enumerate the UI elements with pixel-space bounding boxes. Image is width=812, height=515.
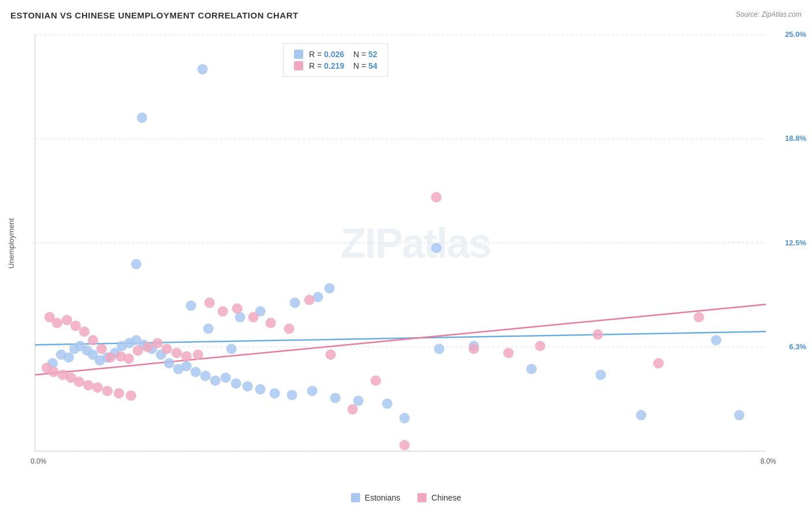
legend-swatch-chinese (294, 61, 303, 70)
svg-point-83 (304, 294, 315, 305)
svg-point-15 (290, 297, 300, 308)
y-tick-6: 6.3% (789, 342, 806, 351)
svg-point-97 (468, 344, 479, 354)
svg-point-41 (231, 378, 241, 389)
svg-point-96 (126, 390, 136, 401)
chart-title: ESTONIAN VS CHINESE UNEMPLOYMENT CORRELA… (10, 10, 299, 20)
svg-point-59 (431, 192, 441, 203)
svg-point-63 (70, 320, 81, 331)
svg-point-44 (270, 388, 280, 398)
svg-point-82 (284, 323, 295, 334)
svg-point-74 (172, 348, 182, 358)
svg-point-72 (152, 338, 163, 348)
svg-point-36 (181, 361, 192, 371)
svg-point-100 (593, 329, 603, 339)
svg-point-65 (88, 335, 98, 345)
svg-point-75 (181, 351, 192, 361)
svg-point-70 (133, 345, 143, 356)
svg-point-55 (595, 370, 606, 380)
svg-point-58 (734, 410, 744, 420)
legend-text-estonian: R = 0.026 N = 52 (309, 50, 377, 59)
svg-point-77 (204, 297, 215, 308)
svg-point-71 (143, 342, 153, 352)
svg-point-46 (307, 386, 318, 396)
svg-point-38 (200, 371, 211, 381)
svg-point-79 (232, 303, 243, 314)
svg-point-51 (434, 344, 444, 354)
svg-point-56 (636, 410, 646, 420)
svg-point-84 (326, 349, 336, 360)
svg-point-47 (330, 393, 341, 403)
svg-point-62 (62, 315, 72, 325)
svg-point-98 (503, 348, 513, 358)
bottom-swatch-chinese (418, 493, 427, 502)
svg-point-80 (248, 312, 259, 322)
bottom-swatch-estonian (351, 493, 360, 502)
svg-point-20 (64, 352, 74, 363)
svg-point-101 (653, 358, 664, 368)
y-axis-label: Unemployment (6, 35, 17, 451)
svg-point-85 (348, 404, 358, 415)
svg-point-39 (210, 375, 221, 386)
svg-point-102 (694, 312, 704, 322)
svg-point-10 (186, 300, 196, 311)
legend-box: R = 0.026 N = 52 R = 0.219 N = 54 (283, 43, 388, 77)
svg-point-91 (74, 376, 84, 387)
svg-point-50 (431, 243, 441, 253)
svg-point-86 (371, 375, 381, 386)
svg-point-57 (711, 335, 721, 345)
svg-point-93 (92, 382, 103, 393)
svg-point-42 (243, 381, 253, 391)
y-tick-25: 25.0% (785, 30, 806, 39)
y-tick-18: 18.8% (785, 134, 806, 143)
svg-point-94 (102, 386, 113, 396)
x-tick-0: 0.0% (31, 457, 46, 465)
svg-point-12 (226, 344, 237, 354)
svg-point-11 (203, 323, 214, 334)
bottom-label-estonian: Estonians (365, 493, 400, 502)
svg-point-49 (382, 398, 393, 409)
svg-point-78 (218, 306, 228, 316)
svg-point-103 (400, 440, 410, 450)
svg-point-69 (124, 353, 134, 364)
chart-area: ZIPatlas (35, 35, 766, 451)
y-tick-12: 12.5% (785, 238, 806, 247)
legend-row-estonian: R = 0.026 N = 52 (294, 50, 377, 59)
svg-point-8 (198, 64, 208, 74)
svg-point-17 (325, 283, 335, 293)
bottom-label-chinese: Chinese (431, 493, 461, 502)
svg-point-45 (287, 390, 297, 400)
bottom-legend-estonians: Estonians (351, 493, 400, 502)
svg-point-73 (162, 344, 172, 354)
svg-point-9 (131, 259, 141, 269)
source-label: Source: ZipAtlas.com (736, 10, 802, 18)
bottom-legend: Estonians Chinese (351, 493, 461, 502)
svg-point-53 (400, 413, 410, 423)
svg-point-34 (164, 358, 174, 368)
svg-point-88 (49, 367, 59, 377)
svg-point-92 (83, 380, 94, 390)
svg-point-43 (255, 384, 266, 394)
svg-point-7 (137, 113, 147, 123)
scatter-plot (35, 35, 766, 451)
legend-swatch-estonian (294, 50, 303, 59)
svg-point-99 (535, 341, 545, 351)
svg-point-95 (114, 388, 124, 398)
legend-text-chinese: R = 0.219 N = 54 (309, 61, 377, 70)
x-tick-8: 8.0% (761, 457, 776, 465)
svg-point-40 (221, 372, 231, 383)
svg-point-37 (191, 367, 201, 377)
chart-container: ESTONIAN VS CHINESE UNEMPLOYMENT CORRELA… (0, 0, 812, 515)
svg-point-81 (266, 318, 276, 328)
svg-point-61 (52, 318, 62, 328)
bottom-legend-chinese: Chinese (418, 493, 461, 502)
svg-point-66 (96, 344, 107, 354)
svg-point-48 (353, 395, 364, 406)
legend-row-chinese: R = 0.219 N = 54 (294, 61, 377, 70)
svg-point-76 (193, 349, 203, 360)
svg-point-64 (79, 326, 90, 337)
svg-point-54 (526, 364, 537, 374)
svg-point-67 (105, 352, 116, 363)
